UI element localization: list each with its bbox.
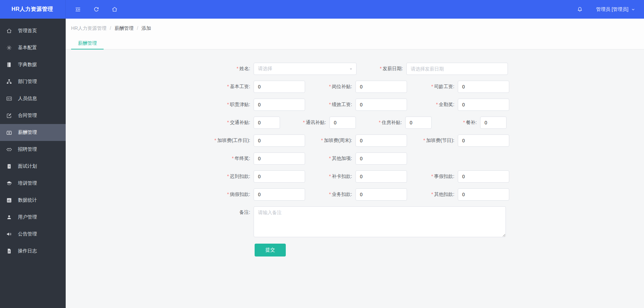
sidebar-item-contracts[interactable]: 合同管理 — [0, 107, 66, 124]
app-root: HR人力资源管理 管理员 [管理员] 管理首页 基本配置 — [0, 0, 644, 308]
required-marker: * — [423, 138, 425, 143]
required-marker: * — [463, 120, 465, 125]
sidebar-nav: 管理首页 基本配置 字典数据 部门管理 人员信息 合同管理 薪酬管理 招聘管理 — [0, 19, 66, 308]
field-reclock-deduction: *补卡扣款: — [295, 170, 407, 183]
required-marker: * — [329, 191, 331, 197]
book-icon — [6, 61, 13, 68]
field-label: 住房补贴: — [382, 120, 402, 125]
overtime-holiday-input[interactable] — [458, 135, 509, 147]
field-personal-leave-deduction: *事假扣款: — [397, 170, 509, 183]
sidebar-item-operation-log[interactable]: 操作日志 — [0, 243, 66, 260]
breadcrumb-item-salary[interactable]: 薪酬管理 — [114, 25, 133, 32]
interview-icon: ? — [6, 163, 13, 170]
required-marker: * — [227, 173, 229, 179]
field-label: 加班费(节日): — [426, 138, 454, 143]
personal-leave-deduction-input[interactable] — [458, 170, 509, 183]
field-overtime-weekend: *加班费(周末): — [295, 135, 407, 147]
log-icon — [6, 248, 13, 254]
field-label: 姓名: — [239, 66, 250, 71]
field-label: 病假扣款: — [230, 191, 250, 197]
breadcrumb-separator: / — [137, 25, 138, 32]
sidebar-item-label: 基本配置 — [18, 45, 37, 51]
id-card-icon — [6, 95, 13, 102]
field-overtime-workday: *加班费(工作日): — [193, 135, 305, 147]
megaphone-icon — [6, 231, 13, 238]
select-placeholder: 请选择 — [258, 66, 272, 72]
meal-allowance-input[interactable] — [480, 117, 507, 129]
field-label: 其他扣款: — [434, 191, 454, 197]
sidebar-item-interview-plan[interactable]: ? 面试计划 — [0, 158, 66, 175]
sidebar-item-departments[interactable]: 部门管理 — [0, 73, 66, 90]
other-deduction-input[interactable] — [458, 188, 509, 201]
tab-salary-management[interactable]: 薪酬管理 — [71, 37, 104, 49]
field-label: 发薪日期: — [383, 66, 403, 71]
sidebar-item-dictionary[interactable]: 字典数据 — [0, 56, 66, 73]
chevron-down-icon — [631, 7, 635, 12]
sidebar-item-users[interactable]: 用户管理 — [0, 209, 66, 226]
sidebar-item-statistics[interactable]: 数据统计 — [0, 192, 66, 209]
field-label: 职责津贴: — [230, 102, 250, 107]
required-marker: * — [379, 120, 381, 125]
sidebar-item-label: 字典数据 — [18, 62, 37, 68]
field-meal-allowance: *餐补: — [419, 117, 507, 129]
required-marker: * — [237, 66, 238, 71]
field-name: *姓名: 请选择 — [193, 63, 357, 75]
field-pay-date: *发薪日期: — [345, 63, 508, 75]
required-marker: * — [431, 173, 433, 179]
handshake-icon — [6, 146, 13, 153]
refresh-icon[interactable] — [89, 0, 104, 19]
bell-icon[interactable] — [572, 0, 587, 19]
sidebar-item-recruitment[interactable]: 招聘管理 — [0, 141, 66, 158]
required-marker: * — [380, 66, 382, 71]
field-label: 备注: — [239, 209, 250, 215]
sidebar-item-dashboard[interactable]: 管理首页 — [0, 22, 66, 39]
user-menu[interactable]: 管理员 [管理员] — [596, 6, 644, 13]
field-duty-allowance: *职责津贴: — [193, 99, 305, 111]
sidebar-item-salary[interactable]: 薪酬管理 — [0, 124, 66, 141]
breadcrumb-item-root[interactable]: HR人力资源管理 — [71, 25, 106, 32]
field-remark: 备注: — [193, 206, 508, 237]
required-marker: * — [329, 84, 331, 89]
sidebar-item-label: 操作日志 — [18, 248, 37, 254]
name-select[interactable]: 请选择 — [254, 63, 357, 75]
other-additions-input[interactable] — [356, 152, 407, 165]
sidebar-item-training[interactable]: 培训管理 — [0, 175, 66, 192]
home-icon — [6, 27, 13, 34]
field-label: 年终奖: — [235, 156, 250, 161]
field-label: 餐补: — [466, 120, 477, 125]
submit-button[interactable]: 提交 — [255, 244, 286, 256]
required-marker: * — [214, 138, 216, 143]
field-communication-allowance: *通讯补贴: — [269, 117, 356, 129]
sidebar-item-personnel[interactable]: 人员信息 — [0, 90, 66, 107]
required-marker: * — [232, 156, 234, 161]
required-marker: * — [431, 191, 433, 197]
breadcrumb: HR人力资源管理 / 薪酬管理 / 添加 — [71, 25, 151, 32]
required-marker: * — [431, 84, 433, 89]
sidebar-item-basic-config[interactable]: 基本配置 — [0, 39, 66, 56]
required-marker: * — [227, 120, 229, 125]
sidebar-item-label: 人员信息 — [18, 96, 37, 102]
field-label: 加班费(周末): — [324, 138, 352, 143]
field-late-deduction: *迟到扣款: — [193, 170, 305, 183]
field-business-deduction: *业务扣款: — [295, 188, 407, 201]
sidebar-item-label: 薪酬管理 — [18, 129, 37, 136]
pay-date-input[interactable] — [406, 63, 508, 75]
field-other-additions: *其他加项: — [295, 152, 407, 165]
gear-icon — [6, 44, 13, 51]
main-content: HR人力资源管理 / 薪酬管理 / 添加 薪酬管理 *姓名: 请选择 *发薪日期… — [66, 19, 644, 308]
home-icon[interactable] — [107, 0, 122, 19]
collapse-icon[interactable] — [70, 0, 85, 19]
user-icon — [6, 214, 13, 221]
remark-textarea[interactable] — [254, 206, 506, 237]
seniority-salary-input[interactable] — [458, 81, 509, 93]
sidebar-item-announcements[interactable]: 公告管理 — [0, 226, 66, 243]
field-sick-leave-deduction: *病假扣款: — [193, 188, 305, 201]
user-label: 管理员 [管理员] — [596, 6, 628, 13]
chart-icon — [6, 197, 13, 204]
sidebar-item-label: 用户管理 — [18, 214, 37, 220]
attendance-bonus-input[interactable] — [458, 99, 509, 111]
field-housing-allowance: *住房补贴: — [344, 117, 432, 129]
sidebar-item-label: 培训管理 — [18, 180, 37, 186]
breadcrumb-item-add: 添加 — [142, 25, 151, 32]
required-marker: * — [329, 102, 331, 107]
